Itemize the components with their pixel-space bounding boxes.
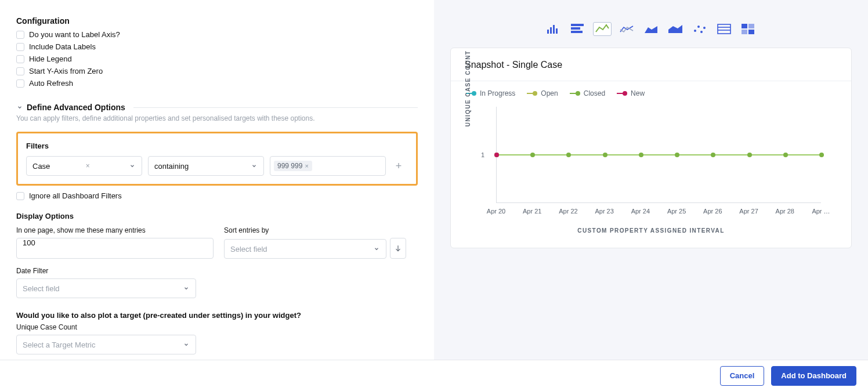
filter-row: Case × containing 999 999 ×: [26, 156, 408, 176]
date-filter-label: Date Filter: [16, 267, 418, 275]
legend-open[interactable]: Open: [527, 89, 558, 97]
chart-type-bar-icon[interactable]: [544, 22, 563, 36]
checkbox-icon: [16, 67, 24, 75]
chart-type-area-icon[interactable]: [642, 22, 660, 36]
x-tick: Apr 25: [667, 208, 686, 215]
sort-direction-toggle[interactable]: [390, 238, 406, 259]
data-point: [783, 153, 788, 157]
chart-preview-card: Snapshot - Single Case In Progress Open …: [450, 48, 852, 248]
cancel-button[interactable]: Cancel: [720, 366, 765, 386]
target-field-label: Unique Case Count: [16, 323, 418, 331]
checkbox-icon: [16, 55, 24, 63]
data-point: [639, 153, 643, 157]
chart-type-area-solid-icon[interactable]: [666, 22, 685, 36]
preview-panel: Snapshot - Single Case In Progress Open …: [434, 0, 868, 360]
add-to-dashboard-button[interactable]: Add to Dashboard: [771, 366, 856, 386]
checkbox-icon: [16, 79, 24, 88]
remove-tag-icon[interactable]: ×: [305, 162, 308, 169]
chart-type-scatter-icon[interactable]: [690, 22, 709, 36]
date-filter-select[interactable]: Select field: [16, 278, 196, 298]
data-point: [819, 153, 824, 157]
data-point: [675, 153, 679, 157]
checkbox-label: Include Data Labels: [29, 42, 96, 51]
entries-label: In one page, show me these many entries: [16, 226, 214, 234]
x-tick: Apr 20: [487, 208, 505, 215]
checkbox-hide-legend[interactable]: Hide Legend: [16, 55, 418, 63]
filter-operator-select[interactable]: containing: [148, 156, 264, 176]
date-filter-placeholder: Select field: [23, 284, 60, 293]
configuration-title: Configuration: [16, 16, 418, 26]
checkbox-label: Hide Legend: [29, 55, 72, 63]
filter-operator-value: containing: [154, 162, 189, 171]
svg-marker-9: [668, 25, 682, 33]
svg-rect-1: [547, 30, 549, 34]
svg-rect-2: [550, 27, 552, 34]
filter-value-input[interactable]: 999 999 ×: [270, 156, 386, 176]
chart-type-selector: [450, 22, 852, 36]
divider: [451, 81, 851, 81]
entries-input[interactable]: 100: [16, 238, 214, 259]
checkbox-icon: [16, 31, 24, 39]
series-line: [497, 154, 821, 155]
checkbox-start-y-zero[interactable]: Start Y-Axis from Zero: [16, 67, 418, 75]
x-tick: Apr 24: [631, 208, 650, 215]
checkbox-label: Ignore all Dashboard Filters: [29, 191, 122, 200]
x-tick: Apr …: [812, 208, 830, 215]
data-point-new: [494, 153, 499, 157]
svg-point-13: [703, 27, 706, 29]
data-point: [530, 153, 535, 157]
chevron-down-icon: [16, 104, 23, 111]
x-tick: Apr 22: [559, 208, 577, 215]
filter-field-value: Case: [32, 162, 50, 171]
data-point: [603, 153, 607, 157]
sort-label: Sort entries by: [224, 226, 406, 234]
chart-type-line-icon[interactable]: [593, 22, 612, 36]
chart-type-heatmap-icon[interactable]: [739, 22, 758, 36]
data-point: [747, 153, 752, 157]
checkbox-label: Start Y-Axis from Zero: [29, 67, 103, 75]
svg-marker-8: [645, 26, 657, 33]
checkbox-include-data-labels[interactable]: Include Data Labels: [16, 42, 418, 51]
filters-title: Filters: [26, 142, 408, 150]
advanced-options-header[interactable]: Define Advanced Options: [16, 103, 418, 112]
target-question: Would you like to also plot a target (pr…: [16, 311, 418, 320]
target-placeholder: Select a Target Metric: [23, 341, 95, 349]
chart-type-multiline-icon[interactable]: [617, 22, 636, 36]
sort-field-select[interactable]: Select field: [224, 239, 386, 259]
checkbox-auto-refresh[interactable]: Auto Refresh: [16, 79, 418, 88]
target-metric-select[interactable]: Select a Target Metric: [16, 335, 196, 354]
plot-area: [496, 107, 821, 203]
y-tick: 1: [481, 151, 484, 158]
x-tick: Apr 27: [739, 208, 758, 215]
configuration-checkboxes: Do you want to Label Axis? Include Data …: [16, 30, 418, 88]
checkbox-ignore-dashboard-filters[interactable]: Ignore all Dashboard Filters: [16, 191, 418, 200]
checkbox-icon: [16, 192, 24, 200]
checkbox-label: Do you want to Label Axis?: [29, 30, 120, 39]
chart-type-stacked-bar-icon[interactable]: [569, 22, 587, 36]
chart-title: Snapshot - Single Case: [462, 60, 840, 70]
x-axis-title: CUSTOM PROPERTY ASSIGNED INTERVAL: [462, 227, 840, 234]
legend-new[interactable]: New: [617, 89, 645, 97]
chart-type-table-icon[interactable]: [715, 22, 733, 36]
checkbox-icon: [16, 43, 24, 51]
sort-placeholder: Select field: [230, 245, 267, 254]
chart-plot: UNIQUE CASE COUNT 1Apr 20Apr 21Apr 22Apr…: [490, 107, 835, 223]
legend-in-progress[interactable]: In Progress: [466, 89, 515, 97]
divider: [133, 107, 418, 108]
svg-rect-20: [748, 30, 754, 34]
legend-closed[interactable]: Closed: [570, 89, 605, 97]
svg-rect-3: [553, 25, 555, 34]
data-point: [566, 153, 571, 157]
svg-point-10: [694, 30, 696, 32]
config-panel: Configuration Do you want to Label Axis?…: [0, 0, 434, 360]
svg-rect-14: [718, 24, 730, 34]
clear-icon[interactable]: ×: [86, 162, 90, 170]
svg-rect-17: [742, 24, 747, 28]
data-point: [711, 153, 715, 157]
add-filter-button[interactable]: +: [392, 159, 406, 173]
chart-legend: In Progress Open Closed New: [462, 89, 840, 97]
footer-actions: Cancel Add to Dashboard: [0, 360, 868, 391]
filter-field-select[interactable]: Case ×: [26, 156, 142, 176]
checkbox-label-axis[interactable]: Do you want to Label Axis?: [16, 30, 418, 39]
x-tick: Apr 28: [776, 208, 794, 215]
